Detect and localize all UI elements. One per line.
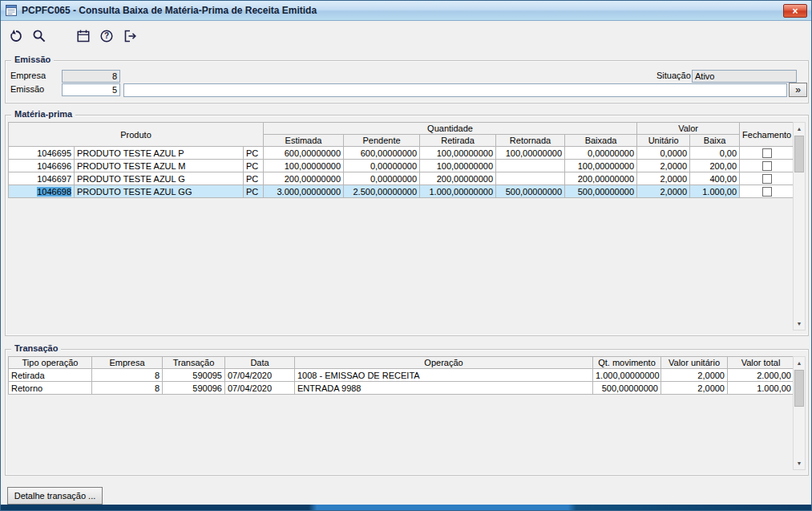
scroll-up-arrow[interactable]: ▲ <box>794 123 805 135</box>
retornada-cell <box>496 160 565 172</box>
valor-header: Valor <box>637 123 740 135</box>
calendar-icon <box>76 29 91 43</box>
operacao-header: Operação <box>295 357 593 369</box>
taskbar-strip <box>1 505 811 510</box>
scroll-thumb[interactable] <box>794 370 804 407</box>
close-button[interactable]: × <box>783 4 807 18</box>
quantidade-header: Quantidade <box>264 123 637 135</box>
fechamento-checkbox[interactable] <box>762 161 772 171</box>
emissao-group-label: Emissão <box>11 55 54 64</box>
transacao-header: Transação <box>163 357 225 369</box>
fechamento-cell <box>740 185 794 198</box>
emissao-field[interactable]: 5 <box>62 83 120 96</box>
codigo-cell: 1046696 <box>9 160 75 172</box>
valor-total-header: Valor total <box>728 357 794 369</box>
svg-text:?: ? <box>104 31 109 40</box>
estimada-cell: 3.000,00000000 <box>264 185 344 198</box>
tipo-cell: Retorno <box>9 382 92 395</box>
data-header: Data <box>225 357 295 369</box>
transacao-cell: 590095 <box>163 369 225 382</box>
baixada-cell: 0,00000000 <box>565 147 637 160</box>
help-icon: ? <box>99 29 114 43</box>
emissao-field-label: Emissão <box>10 84 44 94</box>
pendente-cell: 0,00000000 <box>344 160 420 172</box>
pendente-cell: 0,00000000 <box>344 172 420 185</box>
undo-icon <box>9 29 23 43</box>
undo-button[interactable] <box>7 27 25 45</box>
help-button[interactable]: ? <box>98 27 115 45</box>
data-cell: 07/04/2020 <box>225 369 295 382</box>
transacao-group: Transação Tipo operação Empresa Transaçã… <box>5 349 809 476</box>
um-cell: PC <box>244 147 264 160</box>
baixa-cell: 200,00 <box>690 160 740 172</box>
retirada-cell: 100,00000000 <box>420 147 496 160</box>
table-row[interactable]: Retorno 8 590096 07/04/2020 ENTRADA 9988… <box>9 382 794 395</box>
scroll-up-arrow[interactable]: ▲ <box>794 357 805 369</box>
selected-cell-text: 1046698 <box>37 187 71 197</box>
retirada-header: Retirada <box>420 135 496 147</box>
unitario-cell: 2,0000 <box>637 172 690 185</box>
tipo-operacao-header: Tipo operação <box>9 357 92 369</box>
qt-movimento-cell: 1.000,00000000 <box>593 369 661 382</box>
transacao-header-row: Tipo operação Empresa Transação Data Ope… <box>9 357 794 369</box>
empresa-cell: 8 <box>92 369 163 382</box>
empresa-cell: 8 <box>92 382 163 395</box>
table-row[interactable]: 1046697 PRODUTO TESTE AZUL G PC 200,0000… <box>9 172 794 185</box>
estimada-header: Estimada <box>264 135 344 147</box>
fechamento-header: Fechamento <box>740 123 794 147</box>
window-icon <box>5 4 18 17</box>
valor-total-cell: 1.000,00 <box>728 382 794 395</box>
unitario-cell: 0,0000 <box>637 147 690 160</box>
detalhe-transacao-button[interactable]: Detalhe transação ... <box>7 487 103 505</box>
expand-button[interactable]: » <box>789 83 807 97</box>
transacao-table: Tipo operação Empresa Transação Data Ope… <box>8 356 794 395</box>
produto-header: Produto <box>9 123 264 147</box>
scroll-down-arrow[interactable]: ▼ <box>794 457 805 469</box>
retornada-cell: 500,00000000 <box>496 185 565 198</box>
table-row-selected[interactable]: 1046698 PRODUTO TESTE AZUL GG PC 3.000,0… <box>9 185 794 198</box>
transacao-cell: 590096 <box>163 382 225 395</box>
table-row[interactable]: Retirada 8 590095 07/04/2020 1008 - EMIS… <box>9 369 794 382</box>
valor-unitario-header: Valor unitário <box>661 357 728 369</box>
situacao-field[interactable]: Ativo <box>692 70 797 83</box>
produto-cell: PRODUTO TESTE AZUL G <box>75 172 244 185</box>
um-cell: PC <box>244 185 264 198</box>
retornada-cell <box>496 172 565 185</box>
exit-button[interactable] <box>121 27 139 45</box>
fechamento-checkbox[interactable] <box>762 174 772 184</box>
table-row[interactable]: 1046696 PRODUTO TESTE AZUL M PC 100,0000… <box>9 160 794 172</box>
estimada-cell: 200,00000000 <box>264 172 344 185</box>
retornada-cell: 100,00000000 <box>496 147 565 160</box>
unitario-cell: 2,0000 <box>637 185 690 198</box>
um-cell: PC <box>244 160 264 172</box>
valor-unitario-cell: 2,0000 <box>661 382 728 395</box>
fechamento-checkbox[interactable] <box>762 148 772 158</box>
pendente-cell: 2.500,00000000 <box>344 185 420 198</box>
baixada-cell: 200,00000000 <box>565 172 637 185</box>
retornada-header: Retornada <box>496 135 565 147</box>
descricao-field[interactable] <box>123 83 787 97</box>
codigo-cell: 1046695 <box>9 147 75 160</box>
retirada-cell: 1.000,00000000 <box>420 185 496 198</box>
retirada-cell: 200,00000000 <box>420 172 496 185</box>
baixada-cell: 500,00000000 <box>565 185 637 198</box>
scroll-down-arrow[interactable]: ▼ <box>794 318 805 330</box>
transacao-scrollbar[interactable]: ▲ ▼ <box>793 356 806 470</box>
materia-prima-group: Matéria-prima Produto Quantidade Valor F… <box>5 115 809 336</box>
baixa-header: Baixa <box>690 135 740 147</box>
title-bar: PCPFC065 - Consulta Baixa de Matéria-Pri… <box>1 1 811 21</box>
operacao-cell: 1008 - EMISSAO DE RECEITA <box>295 369 593 382</box>
unitario-cell: 2,0000 <box>637 160 690 172</box>
codigo-cell: 1046697 <box>9 172 75 185</box>
header-row-groups: Produto Quantidade Valor Fechamento <box>9 123 794 135</box>
fechamento-checkbox[interactable] <box>762 187 772 197</box>
tipo-cell: Retirada <box>9 369 92 382</box>
empresa-field[interactable]: 8 <box>62 70 120 83</box>
situacao-label: Situação <box>656 71 691 80</box>
scroll-thumb[interactable] <box>794 136 804 172</box>
search-button[interactable] <box>30 27 48 45</box>
table-row[interactable]: 1046695 PRODUTO TESTE AZUL P PC 600,0000… <box>9 147 794 160</box>
search-icon <box>32 29 46 43</box>
materia-prima-scrollbar[interactable]: ▲ ▼ <box>793 122 806 331</box>
calendar-button[interactable] <box>75 27 92 45</box>
